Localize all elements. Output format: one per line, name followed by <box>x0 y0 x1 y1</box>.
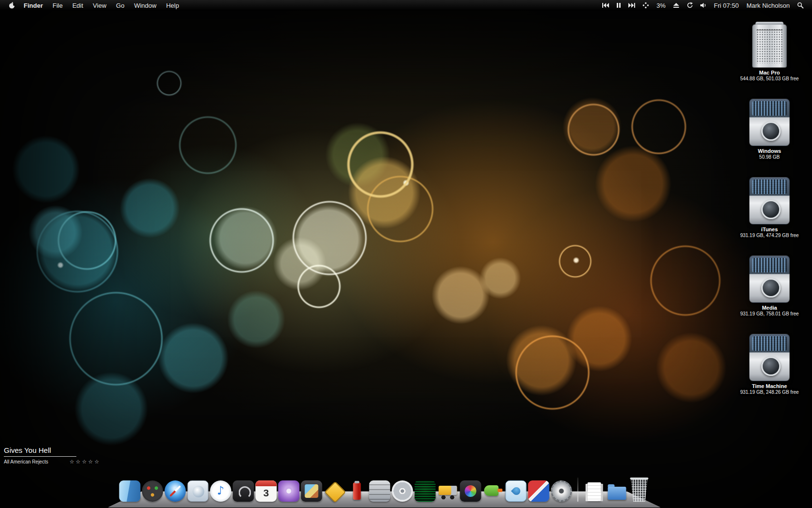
dark-app-icon[interactable] <box>233 480 254 502</box>
calendar-day: 3 <box>256 487 277 499</box>
drive-icon <box>749 331 790 381</box>
desktop-wallpaper <box>0 0 812 508</box>
desktop-icon-label: Time Machine <box>752 383 787 389</box>
menu-item[interactable]: Edit <box>68 0 88 11</box>
drive-icon-art <box>749 334 790 381</box>
drive-icon <box>749 253 790 303</box>
desktop-icon[interactable]: Media 931.19 GB, 758.01 GB free <box>733 253 806 331</box>
desktop-icon-detail: 50.98 GB <box>759 154 780 160</box>
eject-icon[interactable] <box>669 0 683 11</box>
menu-item[interactable]: Window <box>129 0 161 11</box>
drive-icon-art <box>749 99 790 146</box>
menu-bar-status: 3% Fri 07:50 Mark Nicholson <box>598 0 812 11</box>
now-playing-row: All American Rejects ☆☆☆☆☆ <box>4 459 101 465</box>
desktop-icon-label: Windows <box>758 148 781 154</box>
menu-item[interactable]: File <box>48 0 68 11</box>
desktop-icon[interactable]: iTunes 931.19 GB, 474.29 GB free <box>733 174 806 253</box>
menu-bar-left: Finder File Edit View Go Window Help <box>0 0 184 11</box>
red-app-icon[interactable] <box>347 480 368 502</box>
raygun-app-icon[interactable] <box>483 480 504 502</box>
downloads-folder-icon[interactable] <box>607 480 628 502</box>
desktop-icon-list: Mac Pro 544.88 GB, 501.03 GB free Window… <box>733 17 806 409</box>
menu-item[interactable]: Help <box>161 0 184 11</box>
archive-app-icon[interactable] <box>369 480 391 502</box>
drive-icon <box>749 174 790 224</box>
volume-icon[interactable] <box>696 0 710 11</box>
red-blue-app-icon[interactable] <box>528 480 550 502</box>
dashboard-icon[interactable] <box>142 480 163 502</box>
ical-icon[interactable]: 3 <box>256 480 277 502</box>
disc-app-icon[interactable] <box>392 480 413 502</box>
percent-label[interactable]: 3% <box>652 2 669 9</box>
desktop-icon[interactable]: Mac Pro 544.88 GB, 501.03 GB free <box>733 17 806 96</box>
roadsign-app-icon[interactable] <box>324 480 345 502</box>
menu-item[interactable]: View <box>88 0 111 11</box>
fast-forward-icon[interactable] <box>624 0 639 11</box>
dock-icon-row: 3 <box>119 478 650 502</box>
drive-icon <box>752 17 787 68</box>
paint-app-icon[interactable] <box>460 480 481 502</box>
itunes-icon[interactable] <box>210 480 232 502</box>
dock-separator <box>578 478 579 502</box>
desktop-icon[interactable]: Windows 50.98 GB <box>733 96 806 174</box>
now-playing-widget: Gives You Hell All American Rejects ☆☆☆☆… <box>4 446 105 465</box>
documents-stack-icon[interactable] <box>584 480 605 502</box>
drive-icon <box>749 96 790 146</box>
drive-icon-art <box>749 255 790 303</box>
desktop-icon[interactable]: Time Machine 931.19 GB, 248.26 GB free <box>733 331 806 409</box>
user-menu[interactable]: Mark Nicholson <box>742 2 794 9</box>
app-menu[interactable]: Finder <box>19 0 48 11</box>
drive-icon-art <box>752 24 787 68</box>
desktop-icon-detail: 544.88 GB, 501.03 GB free <box>740 76 798 81</box>
trash-icon[interactable] <box>629 478 650 502</box>
water-app-icon[interactable] <box>506 480 527 502</box>
spinner-icon[interactable] <box>639 0 652 11</box>
transmit-truck-icon[interactable] <box>437 480 459 502</box>
pause-icon[interactable] <box>613 0 624 11</box>
rewind-icon[interactable] <box>598 0 613 11</box>
dock: 3 <box>104 463 664 508</box>
textmate-icon[interactable] <box>278 480 300 502</box>
clock[interactable]: Fri 07:50 <box>710 2 742 9</box>
desktop-icon-detail: 931.19 GB, 474.29 GB free <box>740 233 798 238</box>
mail-icon[interactable] <box>188 480 209 502</box>
menu-item[interactable]: Go <box>111 0 129 11</box>
sync-icon[interactable] <box>683 0 696 11</box>
photo-app-icon[interactable] <box>301 480 322 502</box>
safari-icon[interactable] <box>165 480 186 502</box>
apple-menu[interactable] <box>5 0 19 11</box>
drive-icon-art <box>749 177 790 224</box>
desktop-icon-detail: 931.19 GB, 248.26 GB free <box>740 389 798 395</box>
system-preferences-icon[interactable] <box>551 480 572 502</box>
desktop-icon-label: Mac Pro <box>759 70 780 75</box>
spotlight-icon[interactable] <box>794 0 807 11</box>
desktop-icon-detail: 931.19 GB, 758.01 GB free <box>740 311 798 316</box>
now-playing-title: Gives You Hell <box>4 446 76 457</box>
desktop-icon-label: iTunes <box>761 226 778 232</box>
menu-bar: Finder File Edit View Go Window Help <box>0 0 812 11</box>
now-playing-rating: ☆☆☆☆☆ <box>70 459 101 465</box>
menu-list: File Edit View Go Window Help <box>48 0 184 11</box>
terminal-app-icon[interactable] <box>415 480 436 502</box>
desktop: Finder File Edit View Go Window Help <box>0 0 812 508</box>
desktop-icon-label: Media <box>762 305 777 311</box>
apple-logo <box>8 1 15 9</box>
now-playing-artist: All American Rejects <box>4 459 48 464</box>
finder-icon[interactable] <box>119 480 141 502</box>
